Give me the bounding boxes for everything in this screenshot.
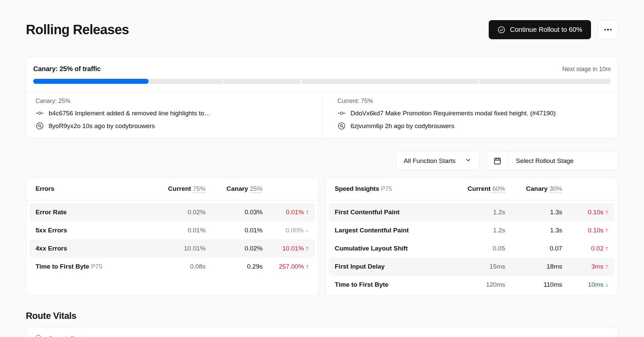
page-title: Rolling Releases (26, 22, 129, 37)
function-starts-label: All Function Starts (404, 157, 455, 165)
metric-delta-value: 3ms ↑ (562, 263, 608, 270)
metric-row: Error Rate0.02%0.03%0.01% ↑ (30, 203, 315, 221)
metric-label: Largest Contentful Paint (335, 227, 448, 234)
metric-canary-value: 18ms (505, 263, 562, 270)
trend-arrow-icon: ↑ (306, 245, 309, 252)
speed-insights-table-body: First Contentful Paint1.2s1.3s0.10s ↑Lar… (325, 201, 618, 296)
speed-insights-table-title: Speed Insights (335, 185, 379, 192)
progress-stage-divider (301, 78, 302, 84)
metric-row: 4xx Errors10.01%0.02%10.01% ↑ (30, 239, 315, 258)
page-header: Rolling Releases Continue Rollout to 60% (26, 20, 618, 39)
metric-current-value: 10.01% (149, 245, 206, 252)
metric-row: 5xx Errors0.01%0.01%0.00% – (30, 221, 315, 239)
metric-canary-value: 110ms (505, 281, 562, 288)
metric-delta-value: 257.00% ↑ (263, 263, 309, 270)
metric-label: 5xx Errors (36, 227, 149, 234)
metric-row: First Contentful Paint1.2s1.3s0.10s ↑ (329, 203, 614, 221)
metrics-row: Errors Current 75% Canary 25% Error Rate… (26, 177, 618, 296)
current-deployment-link[interactable]: 6zjvumm6p 2h ago by codybrouwers (337, 122, 608, 130)
chevron-down-icon (465, 157, 472, 165)
current-share-value: 60% (492, 185, 505, 192)
search-routes-input[interactable] (48, 335, 609, 337)
current-column-header: Current 75% (149, 185, 206, 192)
errors-table-header: Errors Current 75% Canary 25% (26, 177, 318, 201)
metric-canary-value: 0.01% (206, 227, 263, 234)
metric-current-value: 15ms (448, 263, 505, 270)
calendar-icon (487, 152, 508, 170)
canary-deployment-text: 8yoR9yx2o 10s ago by codybrouwers (49, 122, 155, 130)
progress-stage-divider (478, 78, 479, 84)
metric-row: Time to First Byte120ms110ms10ms ↓ (329, 276, 614, 294)
percentile-suffix: P75 (381, 185, 392, 192)
next-stage-label: Next stage in 10m (562, 66, 611, 73)
ellipsis-icon (604, 29, 606, 31)
metric-label: Time to First Byte P75 (36, 263, 149, 270)
canary-column-header: Canary 25% (206, 185, 263, 192)
route-vitals-card (26, 327, 618, 337)
continue-rollout-label: Continue Rollout to 60% (510, 26, 582, 34)
metric-current-value: 0.05 (448, 245, 505, 252)
current-release-column: Current: 75% DdoVx6kd7 Make Promotion Re… (322, 92, 618, 138)
canary-release-column: Canary: 25% b4c6756 Implement added & re… (26, 92, 322, 138)
metric-canary-value: 0.29s (206, 263, 263, 270)
canary-commit-text: b4c6756 Implement added & removed line h… (49, 110, 211, 117)
metric-label: Error Rate (36, 209, 149, 216)
canary-column-header: Canary 30% (505, 185, 562, 192)
metric-canary-value: 0.03% (206, 209, 263, 216)
metric-canary-value: 0.02% (206, 245, 263, 252)
metric-label: Time to First Byte (335, 281, 448, 288)
errors-table-body: Error Rate0.02%0.03%0.01% ↑5xx Errors0.0… (26, 201, 318, 278)
trend-arrow-icon: ↑ (605, 227, 609, 234)
progress-stage-divider (222, 78, 223, 84)
canary-share-value: 25% (250, 185, 263, 192)
metric-canary-value: 0.07 (505, 245, 562, 252)
speed-insights-table-card: Speed Insights P75 Current 60% Canary 30… (325, 177, 618, 296)
metric-label: First Contentful Paint (335, 209, 448, 216)
metric-label: Cumulative Layout Shift (335, 245, 448, 252)
trend-arrow-icon: ↑ (605, 245, 609, 252)
canary-share-label: Canary: 25% (36, 98, 313, 105)
canary-deployment-link[interactable]: 8yoR9yx2o 10s ago by codybrouwers (36, 122, 313, 130)
errors-table-card: Errors Current 75% Canary 25% Error Rate… (26, 177, 319, 296)
release-columns: Canary: 25% b4c6756 Implement added & re… (26, 91, 618, 138)
deployment-inspect-icon (337, 122, 346, 130)
rollout-progress-section: Canary: 25% of traffic Next stage in 10m (26, 57, 618, 91)
metric-label: 4xx Errors (36, 245, 149, 252)
trend-arrow-icon: ↑ (605, 263, 609, 270)
metric-delta-value: 0.10s ↑ (562, 209, 608, 216)
metric-current-value: 1.2s (448, 227, 505, 234)
metric-current-value: 120ms (448, 281, 505, 288)
canary-commit-link[interactable]: b4c6756 Implement added & removed line h… (36, 109, 313, 117)
header-actions: Continue Rollout to 60% (489, 20, 618, 39)
percentile-suffix: P75 (91, 263, 102, 270)
current-commit-link[interactable]: DdoVx6kd7 Make Promotion Requirements mo… (337, 109, 608, 117)
progress-fill (33, 79, 149, 84)
search-icon (35, 334, 43, 337)
current-share-label: Current: 75% (337, 98, 608, 105)
rollout-stage-picker[interactable]: Select Rollout Stage (486, 151, 618, 170)
metric-row: Largest Contentful Paint1.2s1.3s0.10s ↑ (329, 221, 614, 239)
metric-row: Time to First Byte P750.08s0.29s257.00% … (30, 258, 315, 276)
continue-rollout-button[interactable]: Continue Rollout to 60% (489, 20, 591, 39)
metric-row: First Input Delay15ms18ms3ms ↑ (329, 258, 614, 276)
current-commit-text: DdoVx6kd7 Make Promotion Requirements mo… (351, 110, 556, 117)
deployment-inspect-icon (36, 122, 44, 130)
function-starts-select[interactable]: All Function Starts (396, 151, 480, 170)
more-options-button[interactable] (598, 20, 618, 39)
check-circle-icon (497, 26, 505, 34)
metric-row: Cumulative Layout Shift0.050.070.02 ↑ (329, 239, 614, 258)
metric-label: First Input Delay (335, 263, 448, 270)
trend-arrow-icon: ↑ (306, 263, 309, 270)
canary-share-value: 30% (549, 185, 562, 192)
trend-arrow-icon: – (305, 227, 309, 234)
metric-delta-value: 10.01% ↑ (263, 245, 309, 252)
metric-delta-value: 0.02 ↑ (562, 245, 608, 252)
metric-current-value: 1.2s (448, 209, 505, 216)
metric-current-value: 0.01% (149, 227, 206, 234)
trend-arrow-icon: ↑ (306, 209, 309, 216)
trend-arrow-icon: ↓ (605, 281, 609, 288)
trend-arrow-icon: ↑ (605, 209, 609, 216)
filter-row: All Function Starts Select Rollout Stage (26, 151, 618, 170)
metric-delta-value: 10ms ↓ (562, 281, 608, 288)
metric-delta-value: 0.01% ↑ (263, 209, 309, 216)
